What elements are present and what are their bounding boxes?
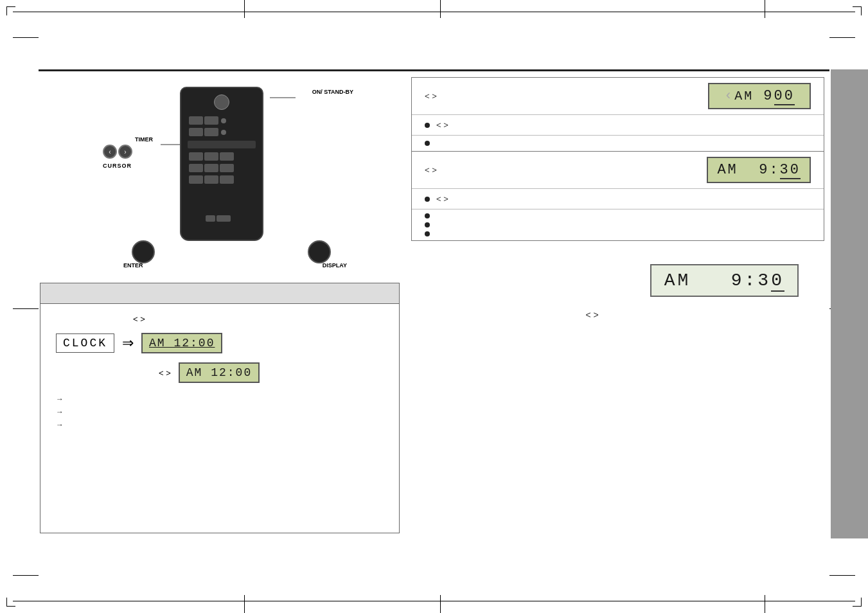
indicator-1 (221, 118, 226, 123)
btn-row-5 (189, 175, 234, 184)
cursor-left-btn[interactable]: ‹ (103, 145, 117, 159)
cursor-below-display: < > (411, 310, 824, 320)
enter-label: ENTER (123, 262, 143, 269)
sub-item-3: → (56, 420, 384, 429)
hline-left-top (13, 37, 39, 38)
am930-display: AM 9:30 (707, 157, 811, 183)
instruction-box: < > CLOCK ⇒ AM 12:00 < > AM 12:00 → → → (40, 283, 400, 533)
step2-row2: < > (412, 189, 824, 209)
remote-body (180, 87, 263, 241)
right-section: < > ‹AM 900 < > < > AM 9:30 < (411, 77, 824, 320)
btn-3-1[interactable] (189, 152, 203, 161)
btn-row-6 (206, 215, 231, 222)
cursor-left-icon: ‹ (109, 148, 111, 155)
hline-right-top (829, 37, 855, 38)
instr-row-clock: CLOCK ⇒ AM 12:00 (56, 333, 384, 353)
am930-text: AM (717, 162, 738, 178)
corner-tr (853, 6, 862, 15)
btn-2-2[interactable] (204, 128, 218, 136)
am900-text: AM (734, 89, 754, 103)
instr-row-2: < > AM 12:00 (56, 362, 384, 383)
border-top (13, 12, 855, 12)
btn-row-1 (189, 116, 226, 125)
timer-label: TIMER (135, 136, 153, 143)
corner-tl (6, 6, 15, 15)
lcd-display-1: AM 12:00 (141, 333, 222, 353)
am930-large-am: AM (664, 271, 691, 290)
step2-bullets (412, 209, 824, 240)
btn-row-4 (189, 164, 234, 172)
am930-large-display: AM 9:30 (650, 264, 799, 297)
btn-2-1[interactable] (189, 128, 203, 136)
bullet-1 (425, 123, 430, 128)
btn-5-2[interactable] (204, 175, 218, 184)
corner-bl (6, 598, 15, 607)
btn-row-3 (189, 152, 234, 161)
vline-top-center (440, 0, 441, 18)
sub-item-1: → (56, 395, 384, 404)
step-box-1: < > ‹AM 900 < > (411, 77, 824, 152)
bullet-2 (425, 141, 430, 146)
cursor-right-btn[interactable]: › (118, 145, 132, 159)
cursor-group: ‹ › CURSOR (103, 145, 132, 159)
step2-cursor-1: < > (425, 165, 437, 175)
cursor-right-icon: › (124, 148, 126, 155)
display-button[interactable] (308, 240, 331, 263)
lcd-display-2: AM 12:00 (179, 362, 260, 383)
bullet-6 (425, 231, 430, 236)
step1-row3 (412, 136, 824, 151)
hline-left-mid (13, 308, 39, 309)
step1-cursor-1: < > (425, 91, 437, 101)
btn-5-1[interactable] (189, 175, 203, 184)
btn-1-2[interactable] (204, 116, 218, 125)
instr-row-1: < > (56, 314, 384, 324)
arrow-3: → (56, 420, 64, 429)
remote-separator (188, 141, 256, 148)
indicator-2 (221, 130, 226, 135)
am930-large-time: 9:30 (731, 271, 784, 292)
step-box-2: < > AM 9:30 < > (411, 152, 824, 241)
step1-cursor-2: < > (436, 120, 448, 130)
cursor-symbol-1: < > (133, 314, 145, 324)
arrow-icon: ⇒ (122, 335, 134, 351)
right-gray-bar (831, 69, 868, 538)
border-bottom (13, 601, 855, 601)
btn-6-2[interactable] (217, 215, 231, 222)
btn-3-3[interactable] (220, 152, 234, 161)
bullet-4 (425, 213, 430, 218)
bullet-5 (425, 222, 430, 227)
btn-6-1[interactable] (206, 215, 215, 222)
arrow-2: → (56, 407, 64, 416)
vline-bot-right (765, 595, 765, 613)
btn-1-1[interactable] (189, 116, 203, 125)
sub-items: → → → (56, 395, 384, 429)
btn-3-2[interactable] (204, 152, 218, 161)
clock-box: CLOCK (56, 333, 114, 353)
instruction-content: < > CLOCK ⇒ AM 12:00 < > AM 12:00 → → → (40, 304, 399, 443)
cursor-label: CURSOR (103, 163, 132, 169)
am900-display: ‹AM 900 (708, 83, 811, 109)
enter-button[interactable] (132, 240, 155, 263)
btn-4-2[interactable] (204, 164, 218, 172)
cursor-symbol-2: < > (159, 368, 171, 378)
remote-diagram: ‹ › CURSOR (96, 84, 366, 270)
step1-row1: < > ‹AM 900 (412, 78, 824, 115)
vline-top-left (244, 0, 245, 18)
main-separator (39, 69, 829, 71)
vline-bot-center (440, 595, 441, 613)
step2-row1: < > AM 9:30 (412, 152, 824, 189)
arrow-1: → (56, 395, 64, 404)
btn-5-3[interactable] (220, 175, 234, 184)
hline-right-bot (829, 575, 855, 576)
corner-br (853, 598, 862, 607)
vline-bot-left (244, 595, 245, 613)
power-button[interactable] (214, 94, 229, 110)
on-standby-label: ON/ STAND-BY (312, 89, 353, 96)
large-display-section: AM 9:30 (411, 264, 824, 297)
btn-4-1[interactable] (189, 164, 203, 172)
am900-time: 900 (763, 88, 795, 105)
display-label: DISPLAY (323, 262, 347, 269)
btn-4-3[interactable] (220, 164, 234, 172)
btn-row-2 (189, 128, 226, 136)
step2-cursor-2: < > (436, 194, 448, 204)
